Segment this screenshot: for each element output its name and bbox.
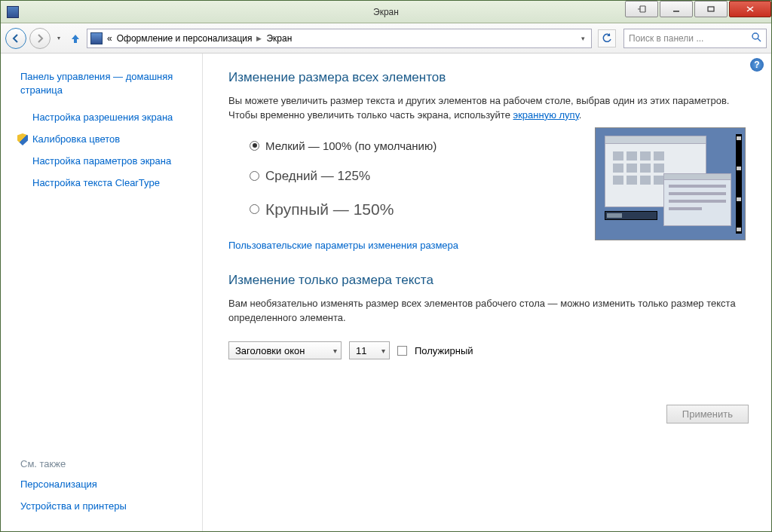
search-icon	[751, 32, 761, 44]
breadcrumb-part1[interactable]: Оформление и персонализация	[117, 33, 253, 44]
minimize-button[interactable]	[660, 1, 693, 17]
svg-point-4	[752, 33, 758, 39]
refresh-button[interactable]	[598, 29, 616, 47]
sidebar-link-display-settings[interactable]: Настройка параметров экрана	[17, 151, 193, 173]
navigation-toolbar: ▾ « Оформление и персонализация ▶ Экран …	[1, 23, 771, 54]
app-icon	[7, 6, 19, 18]
main-content: Изменение размера всех элементов Вы може…	[203, 54, 771, 531]
element-select[interactable]: Заголовки окон	[228, 341, 342, 359]
location-icon	[90, 32, 103, 44]
text-only-paragraph: Вам необязательно изменять размер всех э…	[228, 297, 749, 326]
radio-medium-label: Средний — 125%	[265, 169, 370, 184]
see-also-personalization[interactable]: Персонализация	[17, 474, 193, 496]
radio-small-label: Мелкий — 100% (по умолчанию)	[265, 139, 437, 152]
window: Экран ▾ « Оформление и персонализация ▶ …	[0, 0, 772, 532]
address-dropdown-icon[interactable]: ▾	[578, 35, 588, 42]
up-button[interactable]	[67, 30, 84, 47]
radio-large-input[interactable]	[250, 204, 259, 214]
see-also-devices[interactable]: Устройства и принтеры	[17, 496, 193, 518]
window-help-button[interactable]	[625, 1, 658, 17]
font-size-select[interactable]: 11	[349, 341, 390, 359]
preview-image	[595, 127, 746, 240]
titlebar: Экран	[1, 1, 771, 23]
bold-label: Полужирный	[415, 345, 473, 356]
heading-resize-all: Изменение размера всех элементов	[228, 70, 749, 85]
radio-small-input[interactable]	[250, 141, 259, 151]
window-controls	[623, 1, 771, 22]
sidebar: Панель управления — домашняя страница На…	[1, 54, 203, 531]
close-button[interactable]	[729, 1, 771, 17]
address-bar[interactable]: « Оформление и персонализация ▶ Экран ▾	[87, 29, 592, 48]
heading-text-only: Изменение только размера текста	[228, 273, 749, 288]
sidebar-link-resolution[interactable]: Настройка разрешения экрана	[17, 107, 193, 129]
svg-line-5	[758, 38, 761, 41]
svg-rect-1	[708, 7, 714, 11]
sidebar-link-color-calibration[interactable]: Калибровка цветов	[17, 129, 193, 151]
maximize-button[interactable]	[694, 1, 728, 17]
intro-paragraph: Вы можете увеличить размер текста и друг…	[228, 94, 749, 123]
radio-large-label: Крупный — 150%	[265, 200, 394, 219]
control-panel-home-link[interactable]: Панель управления — домашняя страница	[17, 67, 193, 107]
radio-medium-input[interactable]	[250, 171, 259, 181]
search-placeholder: Поиск в панели ...	[629, 33, 703, 44]
custom-sizing-link[interactable]: Пользовательские параметры изменения раз…	[228, 240, 458, 251]
content-body: ? Панель управления — домашняя страница …	[1, 54, 771, 531]
search-input[interactable]: Поиск в панели ...	[623, 29, 767, 48]
forward-button[interactable]	[29, 28, 51, 49]
breadcrumb-prefix: «	[107, 33, 112, 44]
sidebar-link-cleartype[interactable]: Настройка текста ClearType	[17, 173, 193, 194]
see-also-header: См. также	[17, 454, 193, 474]
breadcrumb-part2[interactable]: Экран	[266, 33, 292, 44]
bold-checkbox[interactable]	[397, 346, 407, 356]
magnifier-link[interactable]: экранную лупу	[513, 109, 579, 121]
apply-button[interactable]: Применить	[666, 405, 749, 423]
window-title: Экран	[373, 7, 399, 17]
history-dropdown[interactable]: ▾	[54, 35, 64, 41]
breadcrumb-separator-icon: ▶	[256, 35, 262, 42]
back-button[interactable]	[5, 28, 26, 49]
